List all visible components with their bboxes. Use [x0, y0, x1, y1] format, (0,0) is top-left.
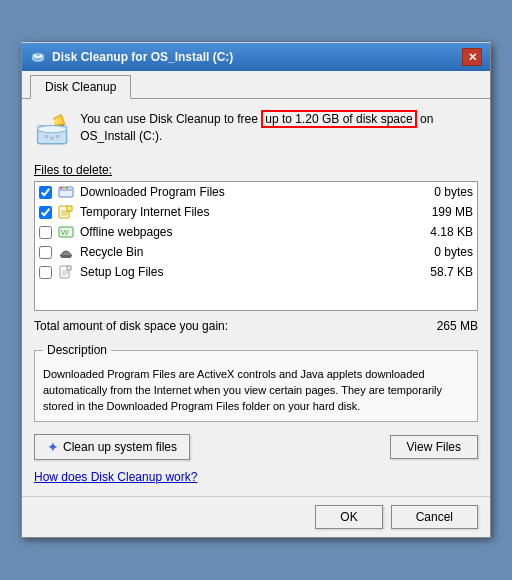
highlight-text: up to 1.20 GB of disk space: [261, 110, 416, 128]
file-size-2: 4.18 KB: [413, 225, 473, 239]
header-section: You can use Disk Cleanup to free up to 1…: [34, 111, 478, 151]
total-row: Total amount of disk space you gain: 265…: [34, 319, 478, 333]
cancel-button[interactable]: Cancel: [391, 505, 478, 529]
ok-button[interactable]: OK: [315, 505, 382, 529]
svg-rect-15: [59, 189, 73, 191]
svg-point-18: [66, 187, 68, 189]
total-value: 265 MB: [437, 319, 478, 333]
file-name-0: Downloaded Program Files: [80, 185, 407, 199]
description-text: Downloaded Program Files are ActiveX con…: [43, 367, 469, 415]
header-text-before: You can use Disk Cleanup to free: [80, 112, 261, 126]
description-group: Description Downloaded Program Files are…: [34, 343, 478, 422]
files-list[interactable]: Downloaded Program Files 0 bytes Tempora…: [34, 181, 478, 311]
cleanup-system-files-button[interactable]: ✦ Clean up system files: [34, 434, 190, 460]
table-row[interactable]: Setup Log Files 58.7 KB: [35, 262, 477, 282]
action-buttons-row: ✦ Clean up system files View Files: [34, 434, 478, 460]
file-size-3: 0 bytes: [413, 245, 473, 259]
file-checkbox-1[interactable]: [39, 206, 52, 219]
svg-text:W: W: [61, 228, 69, 237]
title-bar: Disk Cleanup for OS_Install (C:) ✕: [22, 43, 490, 71]
svg-rect-28: [67, 266, 71, 270]
file-checkbox-0[interactable]: [39, 186, 52, 199]
svg-point-4: [36, 54, 40, 56]
file-checkbox-3[interactable]: [39, 246, 52, 259]
description-label: Description: [43, 343, 111, 357]
file-name-2: Offline webpages: [80, 225, 407, 239]
svg-point-17: [63, 187, 65, 189]
title-bar-left: Disk Cleanup for OS_Install (C:): [30, 49, 233, 65]
file-name-4: Setup Log Files: [80, 265, 407, 279]
svg-point-8: [45, 135, 49, 139]
file-checkbox-2[interactable]: [39, 226, 52, 239]
file-icon-0: [58, 184, 74, 200]
main-window: Disk Cleanup for OS_Install (C:) ✕ Disk …: [21, 42, 491, 538]
total-label: Total amount of disk space you gain:: [34, 319, 228, 333]
tab-bar: Disk Cleanup: [22, 71, 490, 99]
file-icon-4: [58, 264, 74, 280]
file-name-3: Recycle Bin: [80, 245, 407, 259]
help-link[interactable]: How does Disk Cleanup work?: [34, 470, 478, 484]
file-size-1: 199 MB: [413, 205, 473, 219]
svg-point-9: [50, 137, 54, 141]
file-icon-3: [58, 244, 74, 260]
table-row[interactable]: Temporary Internet Files 199 MB: [35, 202, 477, 222]
svg-point-16: [60, 187, 62, 189]
help-link-text[interactable]: How does Disk Cleanup work?: [34, 470, 197, 484]
table-row[interactable]: Downloaded Program Files 0 bytes: [35, 182, 477, 202]
table-row[interactable]: W Offline webpages 4.18 KB: [35, 222, 477, 242]
file-size-4: 58.7 KB: [413, 265, 473, 279]
table-row[interactable]: Recycle Bin 0 bytes: [35, 242, 477, 262]
view-files-button[interactable]: View Files: [390, 435, 478, 459]
cleanup-icon: ✦: [47, 439, 59, 455]
disk-cleanup-icon: [34, 111, 70, 151]
header-text: You can use Disk Cleanup to free up to 1…: [80, 111, 478, 145]
file-icon-1: [58, 204, 74, 220]
cleanup-label: Clean up system files: [63, 440, 177, 454]
file-name-1: Temporary Internet Files: [80, 205, 407, 219]
svg-rect-26: [61, 255, 71, 258]
file-size-0: 0 bytes: [413, 185, 473, 199]
svg-point-10: [56, 135, 60, 139]
titlebar-icon: [30, 49, 46, 65]
close-button[interactable]: ✕: [462, 48, 482, 66]
svg-point-7: [38, 126, 67, 133]
files-label: Files to delete:: [34, 163, 478, 177]
file-checkbox-4[interactable]: [39, 266, 52, 279]
svg-rect-20: [67, 206, 72, 211]
footer-bar: OK Cancel: [22, 496, 490, 537]
window-title: Disk Cleanup for OS_Install (C:): [52, 50, 233, 64]
file-icon-2: W: [58, 224, 74, 240]
tab-disk-cleanup[interactable]: Disk Cleanup: [30, 75, 131, 99]
main-content: You can use Disk Cleanup to free up to 1…: [22, 99, 490, 496]
